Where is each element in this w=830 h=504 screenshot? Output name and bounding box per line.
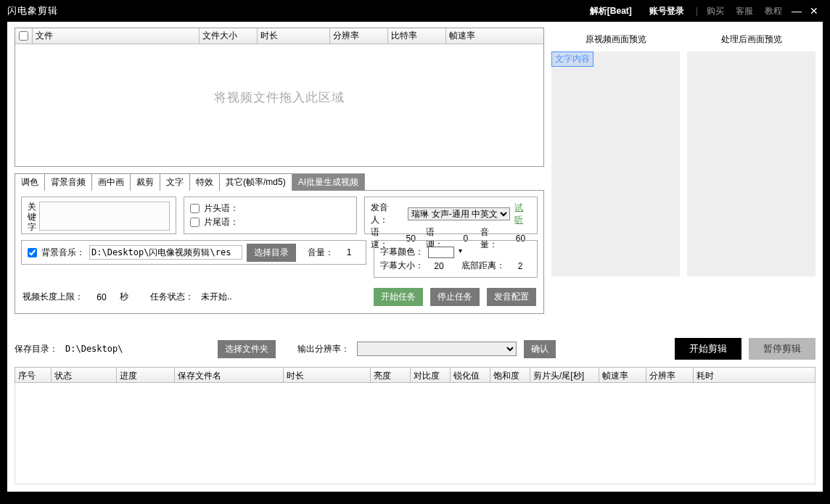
confirm-button[interactable]: 确认 [524,340,556,358]
task-status-label: 任务状态： [150,291,194,303]
voice-panel: 发音人： 瑞琳 女声-通用 中英文 试听 语速： 50 语调： 0 音量： 60 [364,197,538,234]
limit-label: 视频长度上限： [22,291,83,303]
bgm-label: 背景音乐： [41,247,85,259]
rc-res[interactable]: 分辨率 [646,368,694,382]
task-status-value: 未开始.. [201,291,232,303]
bgm-vol-value[interactable]: 1 [338,247,360,257]
app-title: 闪电象剪辑 [7,4,58,17]
tab-bgm[interactable]: 背景音频 [44,173,92,191]
file-table-header: 文件 文件大小 时长 分辨率 比特率 帧速率 [15,28,543,44]
minimize-button[interactable]: — [788,5,805,17]
rc-index[interactable]: 序号 [15,368,52,382]
sub-color-label: 字幕颜色： [380,246,424,258]
stop-task-button[interactable]: 停止任务 [430,288,480,306]
bgm-checkbox[interactable] [28,248,37,257]
rc-filename[interactable]: 保存文件名 [175,368,284,382]
tab-body: 关键字 片头语： 片尾语： [15,190,544,314]
choose-folder-button[interactable]: 选择文件夹 [218,340,276,358]
tab-text[interactable]: 文字 [160,173,190,191]
close-button[interactable]: ✕ [805,5,823,17]
sub-bottom-label: 底部距离： [461,260,505,272]
speaker-select[interactable]: 瑞琳 女声-通用 中英文 [408,207,510,220]
head-phrase-label: 片头语： [204,202,239,215]
sub-size-label: 字幕大小： [380,260,424,272]
rc-contrast[interactable]: 对比度 [411,368,451,382]
pause-clip-button[interactable]: 暂停剪辑 [749,338,815,360]
titlebar: 闪电象剪辑 解析[Beat] 账号登录 | 购买 客服 教程 — ✕ [0,0,830,22]
sub-bottom-value[interactable]: 2 [509,261,531,271]
tab-fx[interactable]: 特效 [189,173,220,191]
tab-pip[interactable]: 画中画 [91,173,131,191]
service-link[interactable]: 客服 [736,5,753,17]
keyword-textarea[interactable] [39,202,170,231]
proc-preview-box [687,51,815,276]
file-table: 文件 文件大小 时长 分辨率 比特率 帧速率 将视频文件拖入此区域 [15,28,544,167]
rc-saturation[interactable]: 饱和度 [490,368,530,382]
tab-crop[interactable]: 裁剪 [130,173,160,191]
bgm-vol-label: 音量： [308,247,334,259]
rc-elapsed[interactable]: 耗时 [694,368,815,382]
output-res-label: 输出分辨率： [297,343,350,355]
col-bitrate[interactable]: 比特率 [388,28,446,44]
sub-size-value[interactable]: 20 [428,261,450,271]
account-login-link[interactable]: 账号登录 [649,5,684,17]
rc-status[interactable]: 状态 [52,368,117,382]
start-clip-button[interactable]: 开始剪辑 [675,338,741,360]
subtitle-panel: 字幕颜色： 字幕大小： 20 底部距离： 2 [374,240,538,278]
tutorial-link[interactable]: 教程 [765,5,782,17]
limit-unit: 秒 [120,291,128,303]
tab-other[interactable]: 其它(帧率/md5) [219,173,292,191]
start-task-button[interactable]: 开始任务 [374,288,423,306]
tail-phrase-checkbox[interactable] [190,218,200,227]
try-listen-link[interactable]: 试听 [514,202,531,226]
rc-duration[interactable]: 时长 [284,368,371,382]
rc-trim[interactable]: 剪片头/尾[秒] [530,368,599,382]
buy-link[interactable]: 购买 [707,5,724,17]
save-dir-path: D:\Desktop\ [65,344,210,354]
keyword-label: 关键字 [28,202,39,229]
parse-beat-link[interactable]: 解析[Beat] [590,5,632,17]
result-table-header: 序号 状态 进度 保存文件名 时长 亮度 对比度 锐化值 饱和度 剪片头/尾[秒… [15,367,815,383]
rc-progress[interactable]: 进度 [117,368,175,382]
phrase-panel: 片头语： 片尾语： [184,197,357,234]
bgm-path-input[interactable] [89,245,242,260]
proc-preview-title: 处理后画面预览 [687,29,815,51]
rc-fps[interactable]: 帧速率 [599,368,646,382]
keyword-panel: 关键字 [21,197,176,234]
tab-ai-batch[interactable]: AI批量生成视频 [292,173,365,191]
tail-phrase-label: 片尾语： [204,216,239,228]
save-dir-label: 保存目录： [15,343,58,355]
bgm-panel: 背景音乐： 选择目录 音量： 1 [21,240,366,265]
col-fps[interactable]: 帧速率 [446,28,543,44]
tabs: 调色 背景音频 画中画 裁剪 文字 特效 其它(帧率/md5) AI批量生成视频 [15,173,544,190]
head-phrase-checkbox[interactable] [190,204,200,213]
col-resolution[interactable]: 分辨率 [330,28,388,44]
orig-preview-box: 文字内容 [551,51,680,276]
tab-color[interactable]: 调色 [15,173,45,191]
limit-value[interactable]: 60 [91,292,112,302]
col-size[interactable]: 文件大小 [200,28,258,44]
speaker-label: 发音人： [371,202,403,226]
file-drop-zone[interactable]: 将视频文件拖入此区域 [15,44,543,166]
result-table-body [15,383,815,484]
voice-config-button[interactable]: 发音配置 [487,288,536,306]
select-all-checkbox[interactable] [19,31,28,41]
orig-preview-title: 原视频画面预览 [551,29,680,51]
bgm-choose-button[interactable]: 选择目录 [247,244,296,262]
rc-brightness[interactable]: 亮度 [371,368,411,382]
output-res-select[interactable] [357,342,517,356]
col-duration[interactable]: 时长 [258,28,330,44]
rc-sharpen[interactable]: 锐化值 [451,368,490,382]
text-content-tag[interactable]: 文字内容 [551,51,593,67]
sub-color-picker[interactable] [428,247,454,258]
col-file[interactable]: 文件 [33,28,200,44]
